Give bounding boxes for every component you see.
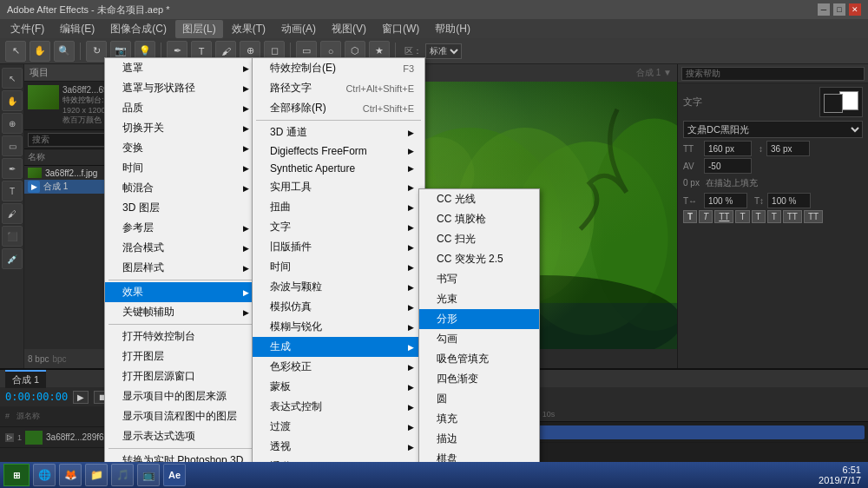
tool-hand[interactable]: ✋ <box>30 41 50 62</box>
style-btn-italic[interactable]: T <box>699 210 713 223</box>
tool-icon-zoom[interactable]: ⊕ <box>2 113 23 134</box>
eff-perspective[interactable]: 透视▶ <box>253 437 424 457</box>
layer-menu-blend[interactable]: 帧混合▶ <box>105 178 260 198</box>
menu-layer[interactable]: 图层(L) <box>175 20 223 38</box>
eff-path-text[interactable]: 路径文字Ctrl+Alt+Shift+E <box>253 78 424 98</box>
gen-cc-gun[interactable]: CC 填胶枪 <box>419 209 539 229</box>
tracking-input[interactable] <box>704 158 752 174</box>
gen-fractal[interactable]: 分形 <box>419 309 539 329</box>
menu-window[interactable]: 窗口(W) <box>375 20 426 38</box>
style-btn-underline[interactable]: TT <box>714 210 733 223</box>
layer-menu-mask[interactable]: 遮罩▶ <box>105 58 260 78</box>
layer-menu-3d[interactable]: 3D 图层 <box>105 198 260 218</box>
taskbar-icon-media[interactable]: 🎵 <box>111 464 134 486</box>
prop-search-input[interactable] <box>681 67 865 81</box>
gen-cc-scan[interactable]: CC 扫光 <box>419 229 539 249</box>
layer-menu-blendmode[interactable]: 混合模式▶ <box>105 238 260 258</box>
menu-composition[interactable]: 图像合成(C) <box>103 20 174 38</box>
taskbar-icon-video[interactable]: 📺 <box>137 464 160 486</box>
eff-simulation[interactable]: 模拟仿真▶ <box>253 297 424 317</box>
eff-distort[interactable]: 扭曲▶ <box>253 197 424 217</box>
style-btn-t2[interactable]: T <box>752 210 766 223</box>
layer-menu-quality[interactable]: 品质▶ <box>105 98 260 118</box>
menu-file[interactable]: 文件(F) <box>3 20 51 38</box>
tool-zoom[interactable]: 🔍 <box>54 41 75 62</box>
menu-animation[interactable]: 动画(A) <box>274 20 323 38</box>
close-button[interactable]: ✕ <box>849 3 861 16</box>
layer-menu-open-source[interactable]: 打开图层源窗口 <box>105 366 260 386</box>
minimize-button[interactable]: ─ <box>818 3 830 16</box>
eff-expr-ctrl[interactable]: 表达式控制▶ <box>253 397 424 417</box>
style-btn-t5[interactable]: TT <box>804 210 823 223</box>
maximize-button[interactable]: □ <box>833 3 845 16</box>
menu-effect[interactable]: 效果(T) <box>225 20 273 38</box>
eff-remove-all[interactable]: 全部移除(R)Ctrl+Shift+E <box>253 98 424 118</box>
eff-time[interactable]: 时间▶ <box>253 257 424 277</box>
style-btn-bold[interactable]: T <box>683 210 697 223</box>
taskbar-start[interactable]: ⊞ <box>3 464 30 486</box>
layer-menu-toggle[interactable]: 切换开关▶ <box>105 118 260 138</box>
style-btn-t3[interactable]: T <box>767 210 781 223</box>
tool-select[interactable]: ↖ <box>5 41 26 62</box>
eff-blur[interactable]: 模糊与锐化▶ <box>253 317 424 337</box>
menu-edit[interactable]: 编辑(E) <box>53 20 102 38</box>
gen-eyedropper[interactable]: 吸色管填充 <box>419 349 539 369</box>
menu-help[interactable]: 帮助(H) <box>428 20 477 38</box>
layer-menu-show-expr[interactable]: 显示表达式选项 <box>105 426 260 446</box>
layer-menu-ref[interactable]: 参考层▶ <box>105 218 260 238</box>
tool-icon-text[interactable]: T <box>2 181 23 201</box>
timeline-tab-comp[interactable]: 合成 1 <box>5 370 46 388</box>
leading-input[interactable] <box>766 141 810 156</box>
eff-generate[interactable]: 生成▶ <box>253 337 424 357</box>
eff-color[interactable]: 色彩校正▶ <box>253 357 424 377</box>
layer-menu-reveal-project[interactable]: 显示项目中的图层来源 <box>105 386 260 406</box>
scale-y-input[interactable] <box>767 193 811 208</box>
font-select[interactable]: 文鼎DC黑阳光 <box>683 121 863 138</box>
layer-menu-open-layer[interactable]: 打开图层 <box>105 346 260 366</box>
eff-legacy[interactable]: 旧版插件▶ <box>253 237 424 257</box>
layer-menu-effect[interactable]: 效果▶ <box>105 282 260 302</box>
eff-text[interactable]: 文字▶ <box>253 217 424 237</box>
layer-menu-style[interactable]: 图层样式▶ <box>105 258 260 278</box>
effect-submenu[interactable]: 特效控制台(E)F3 路径文字Ctrl+Alt+Shift+E 全部移除(R)C… <box>252 57 425 488</box>
tool-icon-fill[interactable]: ⬛ <box>2 226 23 247</box>
style-btn-t1[interactable]: T <box>735 210 749 223</box>
tool-icon-hand[interactable]: ✋ <box>2 90 23 111</box>
menu-view[interactable]: 视图(V) <box>325 20 373 38</box>
font-size-input[interactable] <box>704 141 752 156</box>
layer-menu-keyframe[interactable]: 关键帧辅助▶ <box>105 302 260 322</box>
layer-menu-time[interactable]: 时间▶ <box>105 158 260 178</box>
tool-icon-eyedrop[interactable]: 💉 <box>2 248 23 269</box>
eff-noise[interactable]: 杂波与颗粒▶ <box>253 277 424 297</box>
eff-matte[interactable]: 蒙板▶ <box>253 377 424 397</box>
layer-menu-open-effect[interactable]: 打开特效控制台 <box>105 326 260 346</box>
style-btn-t4[interactable]: TT <box>783 210 802 223</box>
scale-x-input[interactable] <box>704 193 747 208</box>
eff-transition[interactable]: 过渡▶ <box>253 417 424 437</box>
eff-3d-channel[interactable]: 3D 通道▶ <box>253 122 424 142</box>
gen-beam[interactable]: 光束 <box>419 289 539 309</box>
swatch-black[interactable] <box>824 94 843 113</box>
taskbar-icon-folder[interactable]: 📁 <box>85 464 108 486</box>
tool-icon-rect[interactable]: ▭ <box>2 135 23 156</box>
workspace-select[interactable]: 标准 <box>425 43 462 59</box>
layer-menu[interactable]: 遮罩▶ 遮罩与形状路径▶ 品质▶ 切换开关▶ 变换▶ 时间▶ 帧混合▶ 3D 图… <box>104 57 260 488</box>
eff-control[interactable]: 特效控制台(E)F3 <box>253 58 424 78</box>
gen-outline[interactable]: 描边 <box>419 429 539 449</box>
gen-4color[interactable]: 四色渐变 <box>419 369 539 389</box>
taskbar-icon-ae[interactable]: Ae <box>163 464 186 486</box>
eff-synth[interactable]: Synthetic Aperture▶ <box>253 160 424 177</box>
tool-icon-pen[interactable]: ✒ <box>2 158 23 179</box>
layer-menu-mask-shape[interactable]: 遮罩与形状路径▶ <box>105 78 260 98</box>
taskbar-icon-browser[interactable]: 🌐 <box>33 464 56 486</box>
play-button[interactable]: ▶ <box>73 391 89 404</box>
eff-utility[interactable]: 实用工具▶ <box>253 177 424 197</box>
eff-digifx[interactable]: Digieffects FreeForm▶ <box>253 142 424 160</box>
tool-icon-select[interactable]: ↖ <box>2 68 23 89</box>
track-expand[interactable]: ▷ <box>5 433 14 442</box>
gen-cc-burst[interactable]: CC 突发光 2.5 <box>419 249 539 269</box>
layer-menu-transform[interactable]: 变换▶ <box>105 138 260 158</box>
gen-fill[interactable]: 填充 <box>419 409 539 429</box>
gen-circle[interactable]: 圆 <box>419 389 539 409</box>
gen-write[interactable]: 书写 <box>419 269 539 289</box>
